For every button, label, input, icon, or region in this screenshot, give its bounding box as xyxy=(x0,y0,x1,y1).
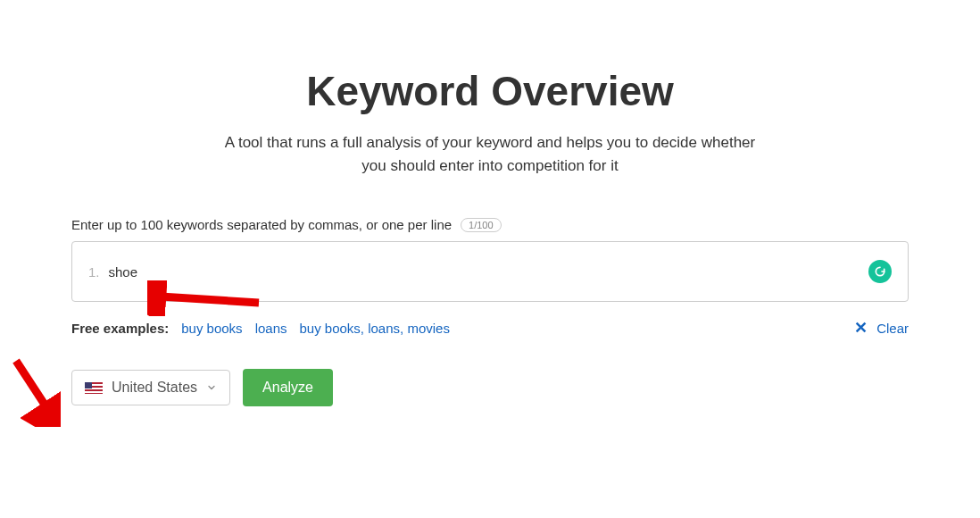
analyze-button[interactable]: Analyze xyxy=(243,369,333,406)
clear-button[interactable]: ✕ Clear xyxy=(854,318,909,338)
example-link[interactable]: buy books xyxy=(181,321,242,336)
page-title: Keyword Overview xyxy=(71,67,909,115)
close-icon: ✕ xyxy=(854,318,868,338)
country-selected-label: United States xyxy=(112,380,197,396)
examples-label: Free examples: xyxy=(71,321,169,336)
clear-label: Clear xyxy=(876,321,909,336)
keyword-input[interactable] xyxy=(109,264,892,280)
input-instruction-label: Enter up to 100 keywords separated by co… xyxy=(71,217,452,232)
flag-us-icon xyxy=(85,382,103,394)
keyword-input-container[interactable]: 1. xyxy=(71,241,909,302)
keyword-count-badge: 1/100 xyxy=(461,218,502,232)
chevron-down-icon xyxy=(206,382,217,393)
page-subtitle: A tool that runs a full analysis of your… xyxy=(213,131,767,177)
line-number: 1. xyxy=(88,264,100,280)
grammarly-icon[interactable] xyxy=(868,260,892,283)
country-selector[interactable]: United States xyxy=(71,370,230,405)
example-link[interactable]: loans xyxy=(255,321,287,336)
example-link[interactable]: buy books, loans, movies xyxy=(299,321,449,336)
